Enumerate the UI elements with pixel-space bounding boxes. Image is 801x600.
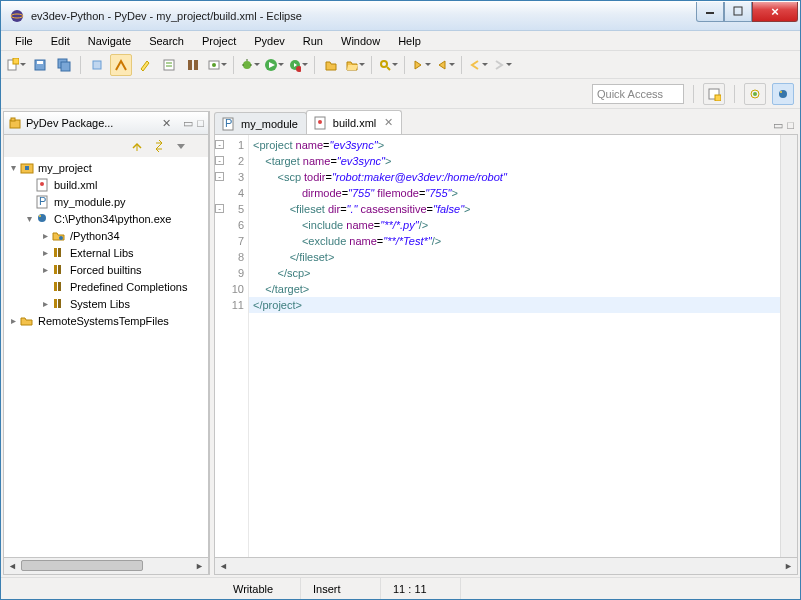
back-button[interactable] bbox=[467, 54, 489, 76]
svg-rect-42 bbox=[54, 248, 57, 257]
tree-item[interactable]: ▾C:\Python34\python.exe bbox=[4, 210, 208, 227]
minimize-button[interactable] bbox=[696, 2, 724, 22]
view-menu-button[interactable] bbox=[172, 137, 190, 155]
editor-minimize-icon[interactable]: ▭ bbox=[773, 119, 783, 132]
scroll-left-icon[interactable]: ◄ bbox=[4, 558, 21, 573]
close-button[interactable]: × bbox=[752, 2, 798, 22]
pydev-perspective-button[interactable] bbox=[772, 83, 794, 105]
fold-icon[interactable]: - bbox=[215, 172, 224, 181]
expand-icon[interactable]: ▾ bbox=[8, 162, 19, 173]
tree-item[interactable]: ▾my_project bbox=[4, 159, 208, 176]
code-line[interactable]: dirmode="755" filemode="755"> bbox=[253, 185, 780, 201]
menu-edit[interactable]: Edit bbox=[43, 33, 78, 49]
code-line[interactable]: <fileset dir="." casesensitive="false"> bbox=[253, 201, 780, 217]
fold-icon[interactable]: - bbox=[215, 204, 224, 213]
link-editor-button[interactable] bbox=[150, 137, 168, 155]
show-whitespace-button[interactable] bbox=[86, 54, 108, 76]
quick-access-input[interactable]: Quick Access bbox=[592, 84, 684, 104]
svg-point-25 bbox=[381, 61, 387, 67]
run-button[interactable] bbox=[263, 54, 285, 76]
menu-pydev[interactable]: Pydev bbox=[246, 33, 293, 49]
toggle-mark-button[interactable] bbox=[110, 54, 132, 76]
scroll-right-icon[interactable]: ► bbox=[780, 558, 797, 574]
open-folder-button[interactable] bbox=[344, 54, 366, 76]
debug-button[interactable] bbox=[239, 54, 261, 76]
forward-button[interactable] bbox=[491, 54, 513, 76]
tab-close-icon[interactable]: ✕ bbox=[384, 116, 393, 129]
open-perspective-button[interactable] bbox=[703, 83, 725, 105]
menu-navigate[interactable]: Navigate bbox=[80, 33, 139, 49]
minimize-view-icon[interactable]: ▭ bbox=[183, 117, 193, 130]
code-line[interactable]: </project> bbox=[253, 297, 780, 313]
new-button[interactable] bbox=[5, 54, 27, 76]
package-explorer-header[interactable]: PyDev Package... ✕ ▭ □ bbox=[3, 111, 209, 135]
save-all-button[interactable] bbox=[53, 54, 75, 76]
editor-body[interactable]: 1-2-3-45-67891011 <project name="ev3sync… bbox=[214, 135, 798, 558]
expand-icon[interactable]: ▸ bbox=[40, 230, 51, 241]
tree-item[interactable]: Predefined Completions bbox=[4, 278, 208, 295]
code-area[interactable]: <project name="ev3sync"> <target name="e… bbox=[249, 135, 780, 557]
editor-vscrollbar[interactable] bbox=[780, 135, 797, 557]
editor-hscrollbar[interactable]: ◄ ► bbox=[214, 558, 798, 575]
highlight-button[interactable] bbox=[134, 54, 156, 76]
svg-point-53 bbox=[318, 120, 322, 124]
scroll-left-icon[interactable]: ◄ bbox=[215, 558, 232, 574]
expand-icon[interactable]: ▸ bbox=[40, 298, 51, 309]
debug-perspective-button[interactable] bbox=[744, 83, 766, 105]
fold-icon[interactable]: - bbox=[215, 156, 224, 165]
title-bar: ev3dev-Python - PyDev - my_project/build… bbox=[1, 1, 800, 31]
scroll-right-icon[interactable]: ► bbox=[191, 558, 208, 573]
save-button[interactable] bbox=[29, 54, 51, 76]
svg-rect-33 bbox=[11, 118, 15, 121]
menu-file[interactable]: File bbox=[7, 33, 41, 49]
editor-area: Pmy_modulebuild.xml✕ ▭ □ 1-2-3-45-678910… bbox=[214, 111, 798, 575]
code-line[interactable]: </target> bbox=[253, 281, 780, 297]
tree-item[interactable]: ▸RemoteSystemsTempFiles bbox=[4, 312, 208, 329]
tree-item[interactable]: ▸Forced builtins bbox=[4, 261, 208, 278]
fold-icon[interactable]: - bbox=[215, 140, 224, 149]
code-line[interactable]: <include name="**/*.py"/> bbox=[253, 217, 780, 233]
code-line[interactable]: <project name="ev3sync"> bbox=[253, 137, 780, 153]
run-last-button[interactable] bbox=[287, 54, 309, 76]
editor-tab[interactable]: build.xml✕ bbox=[306, 110, 402, 134]
open-type-button[interactable] bbox=[206, 54, 228, 76]
code-line[interactable]: <exclude name="**/*Test*"/> bbox=[253, 233, 780, 249]
maximize-button[interactable] bbox=[724, 2, 752, 22]
menu-search[interactable]: Search bbox=[141, 33, 192, 49]
project-tree[interactable]: ▾my_projectbuild.xmlPmy_module.py▾C:\Pyt… bbox=[3, 157, 209, 558]
code-line[interactable]: </scp> bbox=[253, 265, 780, 281]
tree-item[interactable]: ▸System Libs bbox=[4, 295, 208, 312]
outline-button[interactable] bbox=[158, 54, 180, 76]
line-gutter[interactable]: 1-2-3-45-67891011 bbox=[215, 135, 249, 557]
tree-item-label: Predefined Completions bbox=[70, 281, 187, 293]
tree-item[interactable]: build.xml bbox=[4, 176, 208, 193]
code-line[interactable]: <scp todir="robot:maker@ev3dev:/home/rob… bbox=[253, 169, 780, 185]
code-line[interactable]: </fileset> bbox=[253, 249, 780, 265]
expand-icon[interactable]: ▸ bbox=[8, 315, 19, 326]
editor-maximize-icon[interactable]: □ bbox=[787, 119, 794, 132]
collapse-all-button[interactable] bbox=[128, 137, 146, 155]
tree-item[interactable]: ▸/Python34 bbox=[4, 227, 208, 244]
scroll-thumb[interactable] bbox=[21, 560, 143, 571]
menu-help[interactable]: Help bbox=[390, 33, 429, 49]
editor-tab[interactable]: Pmy_module bbox=[214, 112, 307, 134]
next-annotation-button[interactable] bbox=[410, 54, 432, 76]
menu-project[interactable]: Project bbox=[194, 33, 244, 49]
maximize-view-icon[interactable]: □ bbox=[197, 117, 204, 129]
code-line[interactable]: <target name="ev3sync"> bbox=[253, 153, 780, 169]
menu-window[interactable]: Window bbox=[333, 33, 388, 49]
tree-item[interactable]: ▸External Libs bbox=[4, 244, 208, 261]
search-button[interactable] bbox=[377, 54, 399, 76]
svg-point-40 bbox=[39, 215, 41, 217]
expand-icon[interactable]: ▸ bbox=[40, 247, 51, 258]
menu-run[interactable]: Run bbox=[295, 33, 331, 49]
expand-icon[interactable]: ▸ bbox=[40, 264, 51, 275]
new-project-button[interactable] bbox=[320, 54, 342, 76]
svg-rect-43 bbox=[58, 248, 61, 257]
expand-icon[interactable]: ▾ bbox=[24, 213, 35, 224]
prev-annotation-button[interactable] bbox=[434, 54, 456, 76]
tree-item[interactable]: Pmy_module.py bbox=[4, 193, 208, 210]
toggle-block-button[interactable] bbox=[182, 54, 204, 76]
package-explorer-close-icon[interactable]: ✕ bbox=[162, 117, 171, 130]
tree-hscrollbar[interactable]: ◄ ► bbox=[3, 558, 209, 575]
